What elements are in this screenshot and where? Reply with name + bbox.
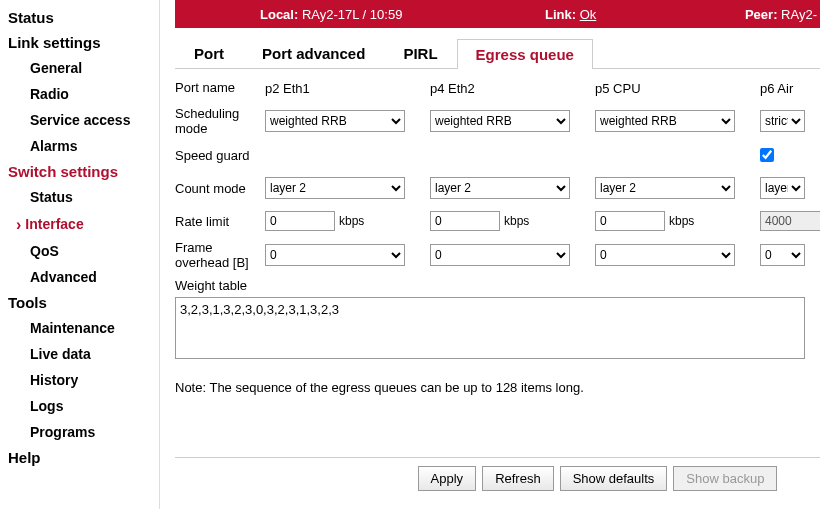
nav-section-tools[interactable]: Tools [8, 290, 157, 315]
label-speed-guard: Speed guard [175, 148, 265, 163]
nav-item-interface[interactable]: Interface [8, 210, 157, 238]
label-scheduling-mode: Scheduling mode [175, 106, 265, 136]
port-name-0: p2 Eth1 [265, 79, 430, 96]
tab-egress-queue[interactable]: Egress queue [457, 39, 593, 69]
port-name-2: p5 CPU [595, 79, 760, 96]
port-name-3: p6 Air [760, 79, 820, 96]
scheduling-mode-3[interactable]: strict [760, 110, 805, 132]
nav-section-switch-settings[interactable]: Switch settings [8, 159, 157, 184]
label-rate-limit: Rate limit [175, 214, 265, 229]
note-text: Note: The sequence of the egress queues … [175, 380, 820, 395]
label-frame-overhead: Frame overhead [B] [175, 240, 265, 270]
rate-limit-2[interactable] [595, 211, 665, 231]
rate-unit-2: kbps [669, 214, 694, 228]
label-weight-table: Weight table [175, 278, 820, 293]
nav-item-advanced[interactable]: Advanced [8, 264, 157, 290]
tab-port-advanced[interactable]: Port advanced [243, 38, 384, 68]
frame-overhead-2[interactable]: 0 [595, 244, 735, 266]
nav-item-logs[interactable]: Logs [8, 393, 157, 419]
port-name-1: p4 Eth2 [430, 79, 595, 96]
count-mode-2[interactable]: layer 2 [595, 177, 735, 199]
nav-item-programs[interactable]: Programs [8, 419, 157, 445]
count-mode-3[interactable]: layer [760, 177, 805, 199]
count-mode-1[interactable]: layer 2 [430, 177, 570, 199]
frame-overhead-3[interactable]: 0 [760, 244, 805, 266]
topbar-peer-value: RAy2- [781, 7, 817, 22]
rate-limit-0[interactable] [265, 211, 335, 231]
label-port-name: Port name [175, 80, 265, 95]
sidebar: Status Link settings General Radio Servi… [0, 0, 160, 509]
topbar-local-value: RAy2-17L / 10:59 [302, 7, 402, 22]
rate-unit-1: kbps [504, 214, 529, 228]
scheduling-mode-0[interactable]: weighted RRB [265, 110, 405, 132]
rate-unit-0: kbps [339, 214, 364, 228]
nav-item-alarms[interactable]: Alarms [8, 133, 157, 159]
topbar-local-label: Local: [260, 7, 298, 22]
show-defaults-button[interactable]: Show defaults [560, 466, 668, 491]
tab-pirl[interactable]: PIRL [384, 38, 456, 68]
nav-section-status[interactable]: Status [8, 5, 157, 30]
topbar: Local: RAy2-17L / 10:59 Link: Ok Peer: R… [175, 0, 820, 28]
scheduling-mode-1[interactable]: weighted RRB [430, 110, 570, 132]
frame-overhead-0[interactable]: 0 [265, 244, 405, 266]
count-mode-0[interactable]: layer 2 [265, 177, 405, 199]
topbar-peer-label: Peer: [745, 7, 778, 22]
rate-limit-3 [760, 211, 820, 231]
weight-table-input[interactable]: 3,2,3,1,3,2,3,0,3,2,3,1,3,2,3 [175, 297, 805, 359]
topbar-link-label: Link: [545, 7, 576, 22]
topbar-link-value[interactable]: Ok [580, 7, 597, 22]
nav-item-general[interactable]: General [8, 55, 157, 81]
tab-port[interactable]: Port [175, 38, 243, 68]
refresh-button[interactable]: Refresh [482, 466, 554, 491]
rate-limit-1[interactable] [430, 211, 500, 231]
label-count-mode: Count mode [175, 181, 265, 196]
speed-guard-3[interactable] [760, 148, 774, 162]
tabs: Port Port advanced PIRL Egress queue [175, 38, 820, 69]
nav-item-status[interactable]: Status [8, 184, 157, 210]
nav-item-radio[interactable]: Radio [8, 81, 157, 107]
apply-button[interactable]: Apply [418, 466, 477, 491]
nav-item-maintenance[interactable]: Maintenance [8, 315, 157, 341]
nav-item-history[interactable]: History [8, 367, 157, 393]
button-bar: Apply Refresh Show defaults Show backup [175, 457, 820, 491]
frame-overhead-1[interactable]: 0 [430, 244, 570, 266]
show-backup-button: Show backup [673, 466, 777, 491]
nav-item-qos[interactable]: QoS [8, 238, 157, 264]
nav-item-service-access[interactable]: Service access [8, 107, 157, 133]
nav-item-live-data[interactable]: Live data [8, 341, 157, 367]
nav-section-help[interactable]: Help [8, 445, 157, 470]
scheduling-mode-2[interactable]: weighted RRB [595, 110, 735, 132]
nav-section-link-settings[interactable]: Link settings [8, 30, 157, 55]
